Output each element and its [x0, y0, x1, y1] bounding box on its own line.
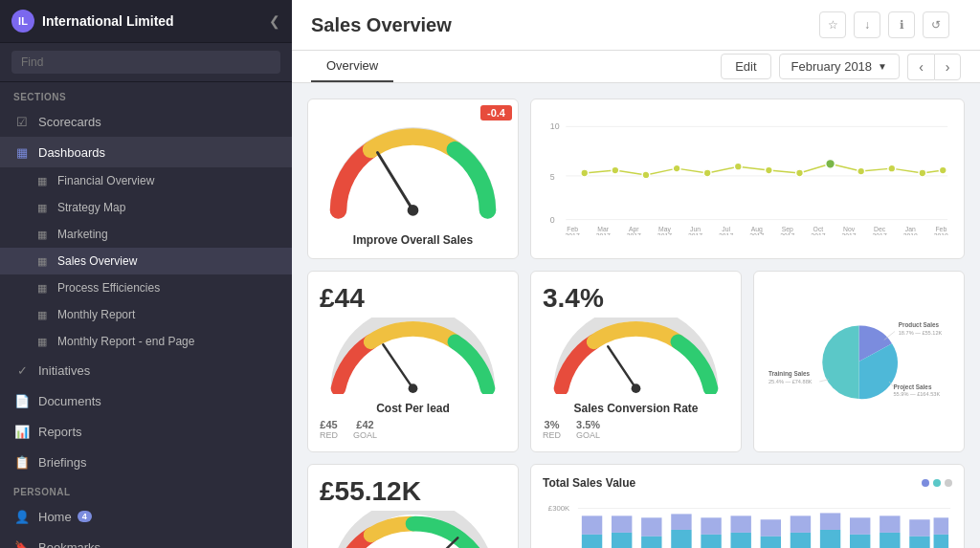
sidebar-item-briefings[interactable]: 📋 Briefings	[0, 447, 292, 477]
subnav-process-efficiencies[interactable]: ▦ Process Efficiencies	[0, 274, 292, 301]
svg-rect-71	[612, 515, 632, 533]
svg-text:10: 10	[550, 121, 560, 131]
svg-text:55.9% — £164.53K: 55.9% — £164.53K	[894, 391, 941, 397]
monthly-report-label: Monthly Report	[57, 308, 135, 321]
subnav-strategy-map[interactable]: ▦ Strategy Map	[0, 194, 292, 221]
prev-date-button[interactable]: ‹	[907, 54, 934, 80]
sidebar-item-bookmarks[interactable]: 🔖 Bookmarks	[0, 532, 292, 548]
subnav-marketing[interactable]: ▦ Marketing	[0, 221, 292, 248]
svg-text:Project Sales: Project Sales	[894, 384, 932, 391]
conv-goal-label: GOAL	[576, 430, 600, 440]
total-sales-header: Total Sales Value	[543, 476, 952, 490]
total-sales-title: Total Sales Value	[543, 476, 922, 490]
company-name: International Limited	[42, 13, 269, 29]
sidebar-collapse-button[interactable]: ❮	[269, 13, 280, 29]
svg-text:2017: 2017	[688, 232, 702, 235]
tab-overview-label: Overview	[326, 58, 378, 73]
bookmarks-label: Bookmarks	[38, 540, 100, 549]
dot-1	[922, 479, 929, 487]
scorecards-label: Scorecards	[38, 115, 101, 129]
svg-text:£300K: £300K	[548, 505, 570, 514]
gauge-badge: -0.4	[480, 105, 512, 121]
refresh-icon[interactable]: ↺	[923, 11, 949, 38]
svg-point-14	[765, 166, 772, 174]
svg-text:2018: 2018	[934, 232, 948, 235]
reports-label: Reports	[38, 425, 82, 439]
home-badge: 4	[78, 511, 92, 522]
strategy-map-icon: ▦	[34, 200, 50, 215]
svg-line-49	[608, 346, 635, 388]
cost-red-label: RED	[320, 430, 338, 440]
sidebar-item-home[interactable]: 👤 Home 4	[0, 501, 292, 532]
svg-rect-81	[761, 519, 781, 537]
svg-text:2017: 2017	[780, 232, 794, 235]
svg-text:2017: 2017	[657, 232, 672, 235]
sidebar-item-documents[interactable]: 📄 Documents	[0, 385, 292, 416]
improve-sales-widget: -0.4 Improve Overall Sales	[307, 99, 519, 259]
subnav-financial-overview[interactable]: ▦ Financial Overview	[0, 167, 292, 194]
svg-point-20	[939, 166, 947, 174]
sales-overview-icon: ▦	[34, 253, 50, 269]
home-icon: 👤	[13, 508, 31, 525]
monthly-report-end-icon: ▦	[34, 334, 50, 349]
svg-point-48	[409, 384, 418, 393]
subnav-monthly-report[interactable]: ▦ Monthly Report	[0, 301, 292, 328]
initiatives-label: Initiatives	[38, 363, 90, 378]
product-sales-widget: £55.12K Product Sales £50K RED £55K GOAL	[307, 464, 519, 548]
svg-point-1	[408, 205, 419, 216]
subnav-sales-overview[interactable]: ▦ Sales Overview	[0, 248, 292, 274]
svg-text:25.4% — £74.88K: 25.4% — £74.88K	[768, 379, 813, 384]
cost-per-lead-widget: £44 Cost Per lead £45 RED £42 GOAL	[307, 271, 519, 452]
bar-chart-svg: £300K £200K £100K	[543, 495, 952, 548]
sidebar-item-initiatives[interactable]: ✓ Initiatives	[0, 355, 292, 385]
svg-point-19	[919, 169, 926, 177]
improve-sales-label: Improve Overall Sales	[320, 233, 506, 247]
svg-point-11	[673, 164, 680, 172]
sidebar-item-dashboards[interactable]: ▦ Dashboards	[0, 137, 292, 167]
cost-per-lead-value: £44	[320, 283, 506, 314]
conv-red: 3% RED	[543, 419, 561, 440]
svg-point-50	[632, 384, 641, 393]
info-icon[interactable]: ℹ	[888, 11, 915, 38]
dot-3	[945, 479, 952, 487]
svg-rect-77	[701, 517, 721, 535]
next-date-button[interactable]: ›	[934, 54, 961, 80]
svg-rect-68	[582, 535, 602, 548]
svg-rect-82	[791, 533, 811, 548]
svg-text:Training Sales: Training Sales	[768, 370, 811, 378]
conv-goal: 3.5% GOAL	[576, 419, 600, 440]
search-input[interactable]	[11, 51, 280, 74]
financial-overview-label: Financial Overview	[57, 174, 154, 187]
edit-button[interactable]: Edit	[721, 54, 770, 79]
pie-chart-svg: Product Sales 18.7% — £55.12K Training S…	[766, 285, 952, 438]
download-icon[interactable]: ↓	[854, 11, 880, 38]
svg-point-10	[642, 171, 650, 179]
financial-overview-icon: ▦	[34, 173, 50, 188]
svg-rect-85	[820, 513, 840, 530]
conv-red-label: RED	[543, 430, 561, 440]
cost-goal: £42 GOAL	[353, 419, 377, 440]
dot-indicators	[922, 479, 952, 487]
star-icon[interactable]: ☆	[819, 11, 846, 38]
sales-conversion-label: Sales Conversion Rate	[543, 402, 729, 415]
sales-conversion-widget: 3.4% Sales Conversion Rate 3% RED 3.5% G…	[530, 271, 742, 452]
briefings-label: Briefings	[38, 455, 87, 470]
strategy-map-label: Strategy Map	[57, 201, 125, 214]
sales-overview-label: Sales Overview	[57, 254, 137, 268]
svg-rect-79	[730, 515, 750, 533]
cost-red-value: £45	[320, 419, 338, 430]
date-selector[interactable]: February 2018 ▼	[779, 54, 900, 79]
product-gauge-svg	[320, 511, 506, 548]
sidebar-item-scorecards[interactable]: ☑ Scorecards	[0, 106, 292, 137]
pie-chart-widget: Product Sales 18.7% — £55.12K Training S…	[753, 271, 965, 452]
home-label: Home	[38, 510, 72, 524]
sidebar-item-reports[interactable]: 📊 Reports	[0, 416, 292, 447]
svg-point-8	[581, 169, 589, 177]
cost-goal-value: £42	[353, 419, 377, 430]
topbar-icons: ☆ ↓ ℹ ↺	[819, 11, 949, 38]
subnav-monthly-report-end[interactable]: ▦ Monthly Report - end Page	[0, 328, 292, 355]
svg-rect-90	[909, 537, 929, 548]
app-icon: IL	[11, 10, 34, 33]
tab-overview[interactable]: Overview	[311, 51, 393, 82]
date-dropdown-icon: ▼	[878, 61, 887, 72]
